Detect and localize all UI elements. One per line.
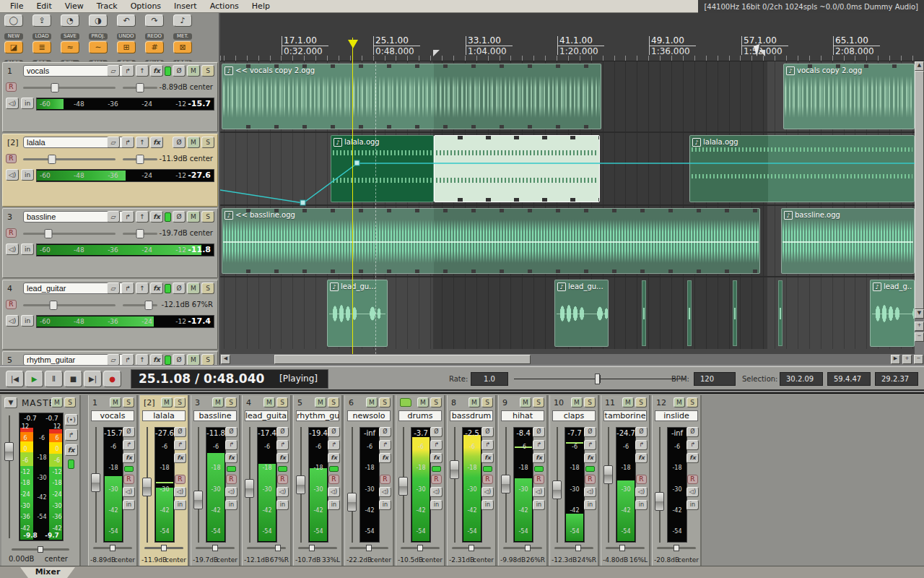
mute-button[interactable]: M xyxy=(187,282,200,294)
pan-slider-thumb[interactable] xyxy=(136,229,144,238)
strip-fader-thumb[interactable] xyxy=(142,478,152,496)
track-panel-3[interactable]: 4 ▱ ↱ ↑ fx Ø M S R -12 xyxy=(2,280,218,350)
mixer-strip-11[interactable]: 12 M S inslide -6-18-30 -42-54 xyxy=(652,395,702,566)
rate-value[interactable]: 1.0 xyxy=(471,372,508,386)
strip-pan-thumb[interactable] xyxy=(525,545,531,551)
volume-slider-thumb[interactable] xyxy=(50,301,58,310)
menu-insert[interactable]: Insert xyxy=(168,1,203,12)
track-panel-1[interactable]: [2] ▱ ↱ ↑ fx Ø M S R - xyxy=(2,134,218,207)
input-button[interactable]: in xyxy=(21,243,34,255)
strip-pan-thumb[interactable] xyxy=(575,545,581,551)
fx-button[interactable]: fx xyxy=(150,282,163,294)
volume-slider[interactable] xyxy=(23,158,116,160)
go-to-start-button[interactable]: |◀ xyxy=(6,371,24,387)
volume-slider-thumb[interactable] xyxy=(44,229,52,238)
strip-mute-button[interactable]: M xyxy=(263,397,275,407)
mixer-strip-0[interactable]: 1 M S vocals -6-18-30 -42-54 xyxy=(88,395,138,566)
master-menu-dropdown-icon[interactable]: ▼ xyxy=(4,397,17,408)
media-item-lead-sliver[interactable] xyxy=(778,280,783,346)
arrange-row-lead-guitar[interactable]: ♪lead_gu... ♪lead_gu... ♪lead_g.. xyxy=(220,277,915,349)
strip-fx-button[interactable]: fx xyxy=(379,453,391,463)
toolbar-toggle-icon[interactable]: ≈ xyxy=(61,41,79,53)
vertical-scrollbar[interactable]: ▲ ▼ + − xyxy=(915,61,924,354)
solo-button[interactable]: S xyxy=(201,65,214,77)
strip-phase-button[interactable]: Ø xyxy=(379,427,391,437)
strip-fx-button[interactable]: fx xyxy=(174,453,186,463)
strip-speaker-icon[interactable]: ◁) xyxy=(584,487,596,497)
strip-fader[interactable] xyxy=(450,427,459,543)
strip-input-button[interactable]: in xyxy=(635,500,648,510)
folder-icon[interactable]: ▱ xyxy=(107,211,120,223)
media-item-lead-2[interactable]: ♪lead_gu... xyxy=(554,280,609,347)
play-button[interactable]: ▶ xyxy=(25,371,43,387)
strip-routing-icon[interactable]: ↱ xyxy=(687,440,699,450)
strip-pan-thumb[interactable] xyxy=(366,545,372,551)
strip-routing-icon[interactable]: ↱ xyxy=(635,440,648,450)
record-arm-button[interactable]: R xyxy=(6,300,17,309)
rate-slider-thumb[interactable] xyxy=(595,374,600,384)
strip-fx-led[interactable] xyxy=(329,466,339,472)
folder-icon[interactable]: ▱ xyxy=(107,137,120,148)
media-item-lead-1[interactable]: ♪lead_gu... xyxy=(327,280,388,347)
master-strip[interactable]: ▼ MASTER M S 126 0-6 -12-18 -24-30 -36-4… xyxy=(1,395,81,566)
master-mute-button[interactable]: M xyxy=(51,397,63,407)
strip-track-name[interactable]: tamborine xyxy=(603,410,647,421)
strip-mute-button[interactable]: M xyxy=(571,397,583,407)
pan-slider[interactable] xyxy=(123,304,157,306)
strip-fx-button[interactable]: fx xyxy=(481,453,494,463)
strip-fx-button[interactable]: fx xyxy=(123,453,135,463)
pan-slider-thumb[interactable] xyxy=(136,155,144,164)
fx-button[interactable]: fx xyxy=(150,65,163,77)
strip-mute-button[interactable]: M xyxy=(212,397,224,407)
strip-record-arm-button[interactable]: R xyxy=(585,475,596,484)
transport-time-display[interactable]: 25.1.08 / 0:48.040 [Playing] xyxy=(131,369,328,389)
strip-pan-slider[interactable] xyxy=(298,547,337,549)
toolbar-toggle-icon[interactable]: ∼ xyxy=(89,41,108,53)
strip-fader-thumb[interactable] xyxy=(552,480,562,499)
strip-pan-slider[interactable] xyxy=(196,547,235,549)
solo-button[interactable]: S xyxy=(201,282,214,294)
rate-slider[interactable] xyxy=(514,379,686,379)
strip-track-name[interactable]: bassline xyxy=(193,410,237,421)
strip-speaker-icon[interactable]: ◁) xyxy=(174,487,186,497)
strip-record-arm-button[interactable]: R xyxy=(636,475,647,484)
menu-file[interactable]: File xyxy=(4,1,29,12)
master-fader-thumb[interactable] xyxy=(4,442,14,461)
strip-pan-thumb[interactable] xyxy=(161,545,167,551)
strip-pan-thumb[interactable] xyxy=(417,545,423,551)
selection-start-value[interactable]: 30.2.09 xyxy=(780,372,823,386)
strip-solo-button[interactable]: S xyxy=(379,397,391,407)
strip-pan-thumb[interactable] xyxy=(212,545,218,551)
volume-slider[interactable] xyxy=(23,233,116,235)
strip-record-arm-button[interactable]: R xyxy=(687,475,698,484)
strip-speaker-icon[interactable]: ◁) xyxy=(481,487,494,497)
strip-phase-button[interactable]: Ø xyxy=(687,427,699,437)
master-fx-button[interactable]: fx xyxy=(65,444,78,456)
strip-track-name[interactable]: drums xyxy=(398,410,442,421)
strip-fader[interactable] xyxy=(142,427,152,543)
play-cursor-handle[interactable] xyxy=(348,40,358,48)
menu-actions[interactable]: Actions xyxy=(204,1,245,12)
media-item-bassline-1[interactable]: ♪<< bassline.ogg xyxy=(222,208,760,274)
strip-routing-icon[interactable]: ↱ xyxy=(584,440,596,450)
strip-fx-button[interactable]: fx xyxy=(225,453,237,463)
toolbar-toggle-icon[interactable]: ⊠ xyxy=(173,41,192,53)
volume-slider[interactable] xyxy=(23,304,116,306)
speaker-icon[interactable]: ◁) xyxy=(6,98,19,109)
strip-phase-button[interactable]: Ø xyxy=(584,427,596,437)
selection-length-value[interactable]: 29.2.37 xyxy=(875,372,918,386)
strip-fader[interactable] xyxy=(296,427,305,543)
strip-phase-button[interactable]: Ø xyxy=(533,427,545,437)
strip-pan-thumb[interactable] xyxy=(468,545,474,551)
strip-phase-button[interactable]: Ø xyxy=(635,427,648,437)
strip-input-button[interactable]: in xyxy=(430,500,443,510)
strip-fader-thumb[interactable] xyxy=(603,465,613,484)
strip-fx-led[interactable] xyxy=(432,466,441,472)
strip-fader-thumb[interactable] xyxy=(296,475,305,494)
input-button[interactable]: in xyxy=(21,315,34,327)
strip-fader[interactable] xyxy=(398,427,408,543)
strip-routing-icon[interactable]: ↱ xyxy=(328,440,340,450)
fx-button[interactable]: fx xyxy=(150,354,163,365)
toolbar-button-4[interactable]: ↶ UNDO xyxy=(116,14,137,40)
toolbar-toggle-icon[interactable]: ◪ xyxy=(4,41,23,53)
